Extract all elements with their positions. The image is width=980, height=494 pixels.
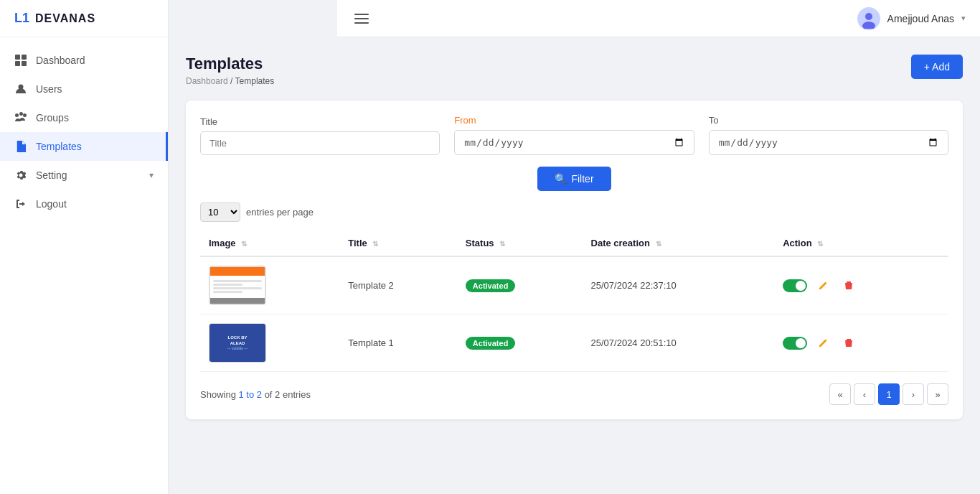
logo-area: L1 DEVANAS	[0, 0, 168, 37]
table-controls: 10 25 50 100 entries per page	[200, 202, 948, 222]
cell-title-2: Template 1	[339, 314, 457, 372]
showing-text: Showing 1 to 2 of 2 entries	[200, 389, 311, 400]
table-row: LOCK BYALEAD — subtitle — Template 1 Act…	[200, 314, 948, 372]
svg-rect-5	[15, 113, 19, 117]
pagination: « ‹ 1 › »	[829, 383, 948, 405]
sidebar-item-label-groups: Groups	[36, 112, 69, 124]
main-card: Title From To 🔍 Filter	[186, 101, 963, 419]
logo-text: DEVANAS	[35, 12, 95, 25]
page-first-button[interactable]: «	[829, 383, 851, 405]
filter-button[interactable]: 🔍 Filter	[537, 167, 611, 191]
thumb-2-line-1	[213, 280, 262, 282]
topbar: Amejjoud Anas ▾	[337, 0, 980, 37]
delete-button-1[interactable]	[839, 276, 859, 296]
add-button[interactable]: + Add	[911, 55, 963, 79]
sidebar-item-logout[interactable]: Logout	[0, 190, 168, 218]
svg-point-9	[865, 13, 872, 20]
action-buttons-1	[783, 276, 940, 296]
svg-rect-3	[22, 61, 27, 66]
main-wrapper: Amejjoud Anas ▾ Templates Dashboard / Te…	[169, 0, 980, 494]
entries-select[interactable]: 10 25 50 100	[200, 202, 240, 222]
thumb-1-preview: LOCK BYALEAD — subtitle —	[209, 324, 265, 362]
showing-prefix: Showing	[200, 389, 238, 400]
cell-image-2: LOCK BYALEAD — subtitle —	[200, 314, 339, 372]
page-header: Templates Dashboard / Templates + Add	[186, 55, 963, 86]
sort-icon-date[interactable]: ⇅	[656, 240, 661, 248]
user-menu[interactable]: Amejjoud Anas ▾	[857, 7, 966, 30]
sidebar-item-setting[interactable]: Setting ▾	[0, 161, 168, 190]
cell-date-2: 25/07/2024 20:51:10	[583, 314, 775, 372]
page-title-area: Templates Dashboard / Templates	[186, 55, 274, 86]
search-icon: 🔍	[555, 173, 567, 185]
thumb-2-bottom	[210, 298, 265, 304]
sidebar-item-label-dashboard: Dashboard	[36, 55, 85, 66]
showing-range: 1 to 2	[238, 389, 262, 400]
hamburger-line-3	[354, 22, 369, 24]
thumb-1-sub-text: — subtitle —	[227, 346, 248, 350]
table-header-row: Image ⇅ Title ⇅ Status ⇅ Date creation	[200, 230, 948, 256]
sort-icon-action[interactable]: ⇅	[817, 240, 823, 248]
edit-button-2[interactable]	[813, 333, 833, 353]
hamburger-line-1	[354, 14, 369, 15]
showing-suffix: of 2 entries	[262, 389, 311, 400]
col-action: Action ⇅	[774, 230, 948, 256]
col-title: Title ⇅	[339, 230, 457, 256]
toggle-active-2[interactable]	[783, 337, 807, 350]
template-thumbnail-2	[209, 266, 266, 305]
avatar	[857, 7, 880, 30]
filter-to-input[interactable]	[709, 130, 948, 155]
page-title: Templates	[186, 55, 274, 73]
template-thumbnail-1: LOCK BYALEAD — subtitle —	[209, 323, 266, 363]
sidebar-item-groups[interactable]: Groups	[0, 103, 168, 132]
sort-icon-image[interactable]: ⇅	[241, 240, 247, 248]
user-chevron-icon: ▾	[961, 14, 966, 23]
edit-button-1[interactable]	[813, 276, 833, 296]
filter-title-input[interactable]	[200, 131, 440, 155]
sidebar-item-users[interactable]: Users	[0, 75, 168, 103]
entries-label: entries per page	[246, 207, 314, 218]
hamburger-button[interactable]	[352, 11, 372, 27]
filter-row: Title From To	[200, 115, 948, 155]
filter-from-input[interactable]	[454, 130, 694, 155]
table-footer: Showing 1 to 2 of 2 entries « ‹ 1 › »	[200, 383, 948, 405]
svg-rect-0	[15, 55, 20, 60]
toggle-active-1[interactable]	[783, 279, 807, 292]
delete-button-2[interactable]	[839, 333, 859, 353]
thumb-2-line-2	[213, 284, 242, 286]
sort-icon-status[interactable]: ⇅	[499, 240, 505, 248]
filter-center: 🔍 Filter	[200, 167, 948, 191]
templates-table: Image ⇅ Title ⇅ Status ⇅ Date creation	[200, 230, 948, 372]
gear-icon	[14, 169, 27, 182]
sidebar-item-label-logout: Logout	[36, 198, 67, 210]
main-content: Templates Dashboard / Templates + Add Ti…	[169, 37, 980, 494]
sidebar-item-templates[interactable]: Templates	[0, 132, 168, 161]
col-image: Image ⇅	[200, 230, 339, 256]
thumb-2-header	[210, 267, 265, 276]
table-row: Template 2 Activated 25/07/2024 22:37:10	[200, 256, 948, 314]
sidebar-item-dashboard[interactable]: Dashboard	[0, 46, 168, 75]
thumb-2-line-4	[213, 291, 242, 293]
thumb-2-preview	[209, 266, 265, 304]
breadcrumb-home[interactable]: Dashboard	[186, 76, 228, 86]
filter-from-group: From	[454, 115, 694, 155]
chevron-down-icon: ▾	[149, 170, 154, 180]
page-next-button[interactable]: ›	[903, 383, 924, 405]
page-1-button[interactable]: 1	[878, 383, 900, 405]
thumb-2-line-3	[213, 287, 262, 289]
page-last-button[interactable]: »	[927, 383, 948, 405]
filter-button-label: Filter	[571, 173, 593, 185]
filter-title-label: Title	[200, 116, 440, 127]
cell-action-1	[774, 256, 948, 314]
group-icon	[14, 111, 27, 124]
logo-icon: L1	[14, 11, 29, 26]
filter-to-group: To	[709, 115, 948, 155]
sort-icon-title[interactable]: ⇅	[372, 240, 378, 248]
page-prev-button[interactable]: ‹	[854, 383, 875, 405]
cell-title-1: Template 2	[339, 256, 457, 314]
svg-rect-1	[22, 55, 27, 60]
filter-title-group: Title	[200, 116, 440, 155]
cell-date-1: 25/07/2024 22:37:10	[583, 256, 775, 314]
filter-from-label: From	[454, 115, 694, 126]
user-icon	[14, 83, 27, 95]
thumb-1-title-text: LOCK BYALEAD	[228, 335, 248, 347]
